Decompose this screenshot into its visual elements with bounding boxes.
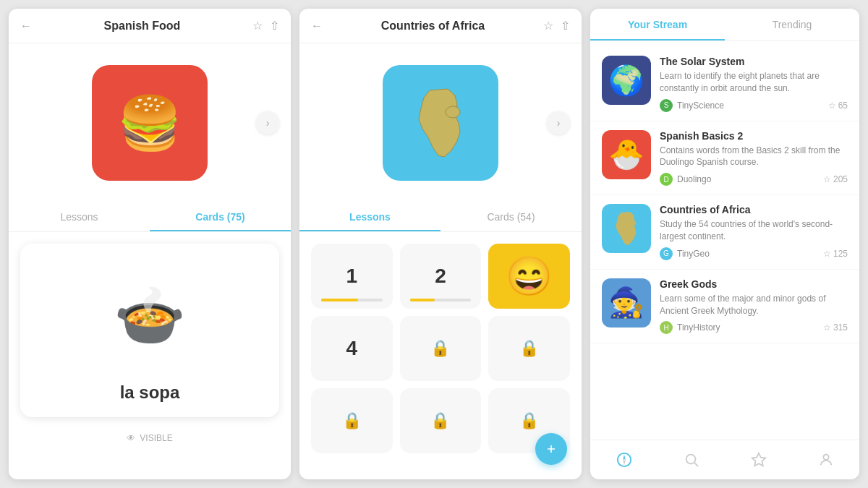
spanish-desc: Contains words from the Basics 2 skill f… <box>660 145 848 169</box>
share-icon[interactable]: ⇧ <box>270 19 279 33</box>
svg-line-6 <box>694 463 698 466</box>
spanish-stars: ☆ 205 <box>823 174 848 184</box>
africa-title: Countries of Africa <box>660 204 848 215</box>
eye-icon: 👁 <box>127 433 135 443</box>
tab-lessons[interactable]: Lessons <box>9 202 150 231</box>
middle-content: 1 2 😄 4 🔒 🔒 <box>299 232 582 479</box>
middle-hero-bg <box>383 65 498 181</box>
lock-icon-8: 🔒 <box>430 411 450 430</box>
thumb-solar: 🌍 <box>602 56 651 105</box>
stream-item-greek[interactable]: 🧙 Greek Gods Learn some of the major and… <box>590 270 859 344</box>
svg-marker-4 <box>623 460 626 465</box>
lock-icon-9: 🔒 <box>519 411 539 430</box>
middle-tab-lessons[interactable]: Lessons <box>299 202 441 231</box>
burger-emoji: 🍔 <box>117 93 182 154</box>
stream-list: 🌍 The Solar System Learn to identify the… <box>590 41 859 440</box>
star-icon-solar: ☆ <box>828 100 836 111</box>
left-header: ← Spanish Food ☆ ⇧ <box>9 9 291 43</box>
tab-your-stream[interactable]: Your Stream <box>590 9 725 40</box>
middle-back-icon[interactable]: ← <box>311 20 323 33</box>
tab-trending[interactable]: Trending <box>725 9 859 40</box>
search-icon <box>684 452 699 468</box>
solar-author: TinyScience <box>677 100 724 111</box>
svg-marker-3 <box>623 455 626 460</box>
svg-point-8 <box>823 455 828 460</box>
spanish-title: Spanish Basics 2 <box>660 130 848 142</box>
middle-header-actions: ☆ ⇧ <box>543 19 570 33</box>
greek-stars: ☆ 315 <box>823 322 848 333</box>
flashcard-image: 🍲 <box>92 258 208 374</box>
greek-title: Greek Gods <box>660 278 848 290</box>
lock-icon-5: 🔒 <box>430 339 450 358</box>
flashcard-area: 🍲 la sopa 👁 VISIBLE <box>9 232 291 479</box>
stream-info-greek: Greek Gods Learn some of the major and m… <box>660 278 848 335</box>
pot-emoji: 🍲 <box>114 282 186 350</box>
flashcard[interactable]: 🍲 la sopa <box>20 244 279 417</box>
nav-star[interactable] <box>725 446 792 474</box>
nav-profile[interactable] <box>792 446 859 474</box>
star-icon-greek: ☆ <box>823 322 831 333</box>
back-icon[interactable]: ← <box>20 20 32 33</box>
middle-next-arrow[interactable]: › <box>547 111 570 134</box>
middle-title: Countries of Africa <box>323 20 543 33</box>
nav-search[interactable] <box>658 446 725 474</box>
lesson-1-progress <box>321 299 383 301</box>
fab-button[interactable] <box>535 433 567 465</box>
flashcard-word: la sopa <box>120 382 180 403</box>
star-icon-africa: ☆ <box>823 249 831 259</box>
geo-avatar: G <box>660 247 673 260</box>
thumb-spanish: 🐣 <box>602 130 651 179</box>
lesson-1[interactable]: 1 <box>311 244 393 309</box>
africa-desc: Study the 54 countries of the world's se… <box>660 218 848 243</box>
stream-tabs: Your Stream Trending <box>590 9 859 41</box>
lesson-2-fill <box>410 299 435 301</box>
africa-stars: ☆ 125 <box>823 249 848 259</box>
star-icon-spanish: ☆ <box>823 174 831 184</box>
duolingo-author: Duolingo <box>677 174 711 184</box>
greek-emoji: 🧙 <box>608 286 644 320</box>
thumb-greek: 🧙 <box>602 278 651 328</box>
spanish-emoji: 🐣 <box>608 137 644 171</box>
svg-point-0 <box>446 106 460 118</box>
star-icon[interactable]: ☆ <box>252 19 263 33</box>
header-actions: ☆ ⇧ <box>252 19 279 33</box>
stream-item-africa[interactable]: Countries of Africa Study the 54 countri… <box>590 195 859 270</box>
solar-author-avatar: S <box>660 99 673 112</box>
middle-header: ← Countries of Africa ☆ ⇧ <box>299 9 582 43</box>
nav-compass[interactable] <box>590 446 658 474</box>
greek-desc: Learn some of the major and minor gods o… <box>660 293 848 317</box>
middle-share-icon[interactable]: ⇧ <box>561 19 570 33</box>
duolingo-avatar: D <box>660 173 673 186</box>
lesson-5-locked[interactable]: 🔒 <box>400 316 482 381</box>
lesson-6-locked[interactable]: 🔒 <box>488 316 570 381</box>
middle-star-icon[interactable]: ☆ <box>543 19 553 33</box>
solar-emoji: 🌍 <box>608 64 644 98</box>
person-icon <box>818 452 834 468</box>
stream-item-solar[interactable]: 🌍 The Solar System Learn to identify the… <box>590 47 859 121</box>
history-author: TinyHistory <box>677 322 720 333</box>
compass-icon <box>616 452 632 468</box>
tab-cards[interactable]: Cards (75) <box>150 202 291 231</box>
bottom-nav <box>590 440 859 479</box>
middle-tab-cards[interactable]: Cards (54) <box>441 202 582 231</box>
visibility-label: 👁 VISIBLE <box>119 426 179 450</box>
lesson-3-smiley[interactable]: 😄 <box>488 244 570 309</box>
middle-panel: ← Countries of Africa ☆ ⇧ › Lessons Card… <box>299 9 582 479</box>
left-panel: ← Spanish Food ☆ ⇧ 🍔 › Lessons Cards (75… <box>9 9 291 479</box>
africa-meta: G TinyGeo ☆ 125 <box>660 247 848 260</box>
fab-icon <box>544 442 558 456</box>
lesson-8-locked[interactable]: 🔒 <box>400 388 482 453</box>
greek-meta: H TinyHistory ☆ 315 <box>660 321 848 334</box>
hero-image-bg: 🍔 <box>92 65 208 181</box>
hero-area: 🍔 › <box>9 43 291 202</box>
stream-item-spanish[interactable]: 🐣 Spanish Basics 2 Contains words from t… <box>590 121 859 196</box>
lesson-2[interactable]: 2 <box>400 244 482 309</box>
lesson-7-locked[interactable]: 🔒 <box>311 388 393 453</box>
solar-title: The Solar System <box>660 56 848 67</box>
next-card-arrow[interactable]: › <box>256 111 279 134</box>
lesson-4[interactable]: 4 <box>311 316 393 381</box>
left-title: Spanish Food <box>32 20 252 33</box>
svg-point-5 <box>686 455 695 464</box>
spanish-meta: D Duolingo ☆ 205 <box>660 173 848 186</box>
lesson-1-fill <box>321 299 358 301</box>
